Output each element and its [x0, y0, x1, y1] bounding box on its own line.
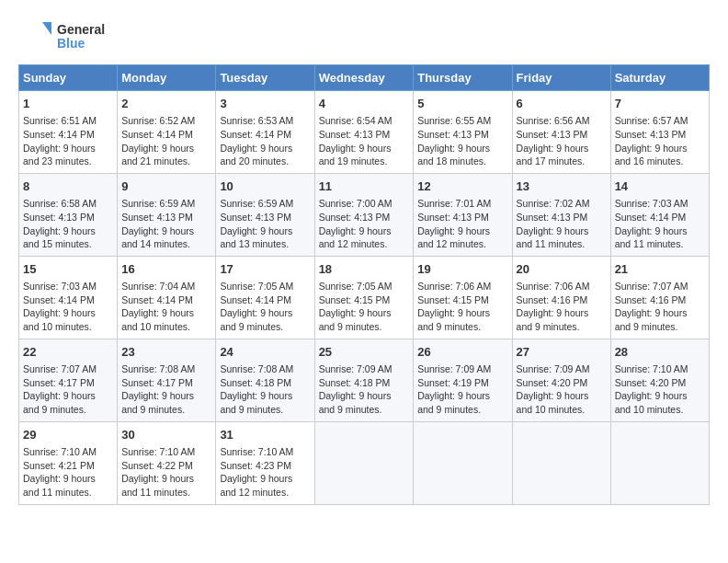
calendar-table: SundayMondayTuesdayWednesdayThursdayFrid… — [18, 64, 710, 505]
day-info: Sunrise: 7:05 AMSunset: 4:14 PMDaylight:… — [220, 280, 310, 334]
day-info: Sunrise: 7:09 AMSunset: 4:18 PMDaylight:… — [319, 362, 410, 417]
calendar-cell: 7Sunrise: 6:57 AMSunset: 4:13 PMDaylight… — [610, 91, 709, 174]
logo-text: General Blue — [57, 23, 105, 52]
logo-line2: Blue — [57, 37, 105, 51]
day-number: 2 — [121, 96, 211, 112]
day-number: 29 — [23, 427, 113, 443]
day-number: 19 — [417, 261, 507, 278]
day-info: Sunrise: 6:57 AMSunset: 4:13 PMDaylight:… — [615, 114, 705, 168]
calendar-week-5: 29Sunrise: 7:10 AMSunset: 4:21 PMDayligh… — [19, 421, 710, 504]
calendar-cell: 5Sunrise: 6:55 AMSunset: 4:13 PMDaylight… — [414, 91, 512, 174]
calendar-cell: 10Sunrise: 6:59 AMSunset: 4:13 PMDayligh… — [216, 173, 314, 256]
svg-marker-0 — [42, 22, 51, 35]
calendar-header-row: SundayMondayTuesdayWednesdayThursdayFrid… — [19, 65, 710, 91]
calendar-cell: 22Sunrise: 7:07 AMSunset: 4:17 PMDayligh… — [19, 339, 118, 421]
logo-graphic — [18, 18, 55, 55]
weekday-header-thursday: Thursday — [414, 65, 512, 91]
calendar-cell: 24Sunrise: 7:08 AMSunset: 4:18 PMDayligh… — [216, 339, 314, 421]
day-info: Sunrise: 7:10 AMSunset: 4:23 PMDaylight:… — [220, 445, 310, 500]
calendar-cell: 6Sunrise: 6:56 AMSunset: 4:13 PMDaylight… — [512, 91, 610, 174]
day-number: 21 — [615, 261, 705, 278]
day-number: 25 — [319, 344, 410, 361]
day-info: Sunrise: 6:56 AMSunset: 4:13 PMDaylight:… — [517, 114, 607, 168]
calendar-cell: 19Sunrise: 7:06 AMSunset: 4:15 PMDayligh… — [414, 256, 512, 339]
day-info: Sunrise: 7:10 AMSunset: 4:21 PMDaylight:… — [23, 445, 113, 500]
calendar-cell: 14Sunrise: 7:03 AMSunset: 4:14 PMDayligh… — [610, 173, 709, 256]
day-info: Sunrise: 7:04 AMSunset: 4:14 PMDaylight:… — [121, 280, 211, 334]
day-info: Sunrise: 7:10 AMSunset: 4:22 PMDaylight:… — [121, 445, 211, 500]
calendar-cell: 12Sunrise: 7:01 AMSunset: 4:13 PMDayligh… — [414, 173, 512, 256]
calendar-week-1: 1Sunrise: 6:51 AMSunset: 4:14 PMDaylight… — [19, 91, 710, 174]
calendar-cell: 11Sunrise: 7:00 AMSunset: 4:13 PMDayligh… — [314, 173, 414, 256]
day-info: Sunrise: 7:07 AMSunset: 4:16 PMDaylight:… — [615, 280, 705, 334]
day-number: 10 — [220, 178, 310, 195]
calendar-cell: 2Sunrise: 6:52 AMSunset: 4:14 PMDaylight… — [118, 91, 216, 174]
calendar-cell: 20Sunrise: 7:06 AMSunset: 4:16 PMDayligh… — [512, 256, 610, 339]
day-info: Sunrise: 7:01 AMSunset: 4:13 PMDaylight:… — [417, 197, 507, 251]
day-number: 15 — [23, 261, 113, 278]
day-info: Sunrise: 6:59 AMSunset: 4:13 PMDaylight:… — [220, 197, 310, 251]
day-number: 12 — [417, 178, 507, 195]
day-info: Sunrise: 7:09 AMSunset: 4:20 PMDaylight:… — [517, 362, 607, 417]
day-number: 9 — [121, 178, 211, 195]
day-number: 26 — [417, 344, 507, 361]
day-number: 23 — [121, 344, 211, 361]
day-info: Sunrise: 7:07 AMSunset: 4:17 PMDaylight:… — [23, 362, 113, 417]
day-number: 14 — [615, 178, 705, 195]
calendar-cell: 23Sunrise: 7:08 AMSunset: 4:17 PMDayligh… — [118, 339, 216, 421]
day-info: Sunrise: 7:06 AMSunset: 4:15 PMDaylight:… — [417, 280, 507, 334]
day-number: 6 — [517, 96, 607, 112]
day-number: 1 — [23, 96, 113, 112]
day-info: Sunrise: 7:09 AMSunset: 4:19 PMDaylight:… — [417, 362, 507, 417]
weekday-header-sunday: Sunday — [19, 65, 118, 91]
day-info: Sunrise: 6:51 AMSunset: 4:14 PMDaylight:… — [23, 114, 113, 168]
day-number: 11 — [319, 178, 410, 195]
svg-rect-1 — [22, 22, 42, 37]
calendar-cell — [610, 421, 709, 504]
calendar-cell: 1Sunrise: 6:51 AMSunset: 4:14 PMDaylight… — [19, 91, 118, 174]
calendar-cell: 29Sunrise: 7:10 AMSunset: 4:21 PMDayligh… — [19, 421, 118, 504]
calendar-week-2: 8Sunrise: 6:58 AMSunset: 4:13 PMDaylight… — [19, 173, 710, 256]
day-info: Sunrise: 7:03 AMSunset: 4:14 PMDaylight:… — [23, 280, 113, 334]
day-info: Sunrise: 7:00 AMSunset: 4:13 PMDaylight:… — [319, 197, 410, 251]
day-info: Sunrise: 6:58 AMSunset: 4:13 PMDaylight:… — [23, 197, 113, 251]
calendar-cell: 26Sunrise: 7:09 AMSunset: 4:19 PMDayligh… — [414, 339, 512, 421]
day-info: Sunrise: 7:03 AMSunset: 4:14 PMDaylight:… — [615, 197, 705, 251]
calendar-cell: 16Sunrise: 7:04 AMSunset: 4:14 PMDayligh… — [118, 256, 216, 339]
day-info: Sunrise: 6:55 AMSunset: 4:13 PMDaylight:… — [417, 114, 507, 168]
calendar-cell: 30Sunrise: 7:10 AMSunset: 4:22 PMDayligh… — [118, 421, 216, 504]
calendar-cell: 9Sunrise: 6:59 AMSunset: 4:13 PMDaylight… — [118, 173, 216, 256]
day-info: Sunrise: 7:06 AMSunset: 4:16 PMDaylight:… — [517, 280, 607, 334]
day-number: 13 — [517, 178, 607, 195]
day-number: 27 — [517, 344, 607, 361]
day-info: Sunrise: 7:10 AMSunset: 4:20 PMDaylight:… — [615, 362, 705, 417]
calendar-week-3: 15Sunrise: 7:03 AMSunset: 4:14 PMDayligh… — [19, 256, 710, 339]
calendar-cell: 8Sunrise: 6:58 AMSunset: 4:13 PMDaylight… — [19, 173, 118, 256]
day-number: 18 — [319, 261, 410, 278]
day-info: Sunrise: 7:08 AMSunset: 4:18 PMDaylight:… — [220, 362, 310, 417]
weekday-header-saturday: Saturday — [610, 65, 709, 91]
weekday-header-wednesday: Wednesday — [314, 65, 414, 91]
day-number: 31 — [220, 427, 310, 443]
page-header: General Blue — [18, 18, 710, 55]
logo-container: General Blue — [18, 18, 105, 55]
calendar-cell — [414, 421, 512, 504]
day-info: Sunrise: 6:52 AMSunset: 4:14 PMDaylight:… — [121, 114, 211, 168]
day-number: 17 — [220, 261, 310, 278]
day-number: 7 — [615, 96, 705, 112]
calendar-cell: 4Sunrise: 6:54 AMSunset: 4:13 PMDaylight… — [314, 91, 414, 174]
weekday-header-monday: Monday — [118, 65, 216, 91]
logo-line1: General — [57, 23, 105, 37]
day-info: Sunrise: 7:02 AMSunset: 4:13 PMDaylight:… — [517, 197, 607, 251]
calendar-cell: 31Sunrise: 7:10 AMSunset: 4:23 PMDayligh… — [216, 421, 314, 504]
calendar-cell: 27Sunrise: 7:09 AMSunset: 4:20 PMDayligh… — [512, 339, 610, 421]
day-info: Sunrise: 6:59 AMSunset: 4:13 PMDaylight:… — [121, 197, 211, 251]
day-info: Sunrise: 6:53 AMSunset: 4:14 PMDaylight:… — [220, 114, 310, 168]
calendar-cell: 15Sunrise: 7:03 AMSunset: 4:14 PMDayligh… — [19, 256, 118, 339]
calendar-cell: 3Sunrise: 6:53 AMSunset: 4:14 PMDaylight… — [216, 91, 314, 174]
weekday-header-tuesday: Tuesday — [216, 65, 314, 91]
day-info: Sunrise: 7:05 AMSunset: 4:15 PMDaylight:… — [319, 280, 410, 334]
calendar-cell: 13Sunrise: 7:02 AMSunset: 4:13 PMDayligh… — [512, 173, 610, 256]
day-number: 4 — [319, 96, 410, 112]
calendar-body: 1Sunrise: 6:51 AMSunset: 4:14 PMDaylight… — [19, 91, 710, 505]
